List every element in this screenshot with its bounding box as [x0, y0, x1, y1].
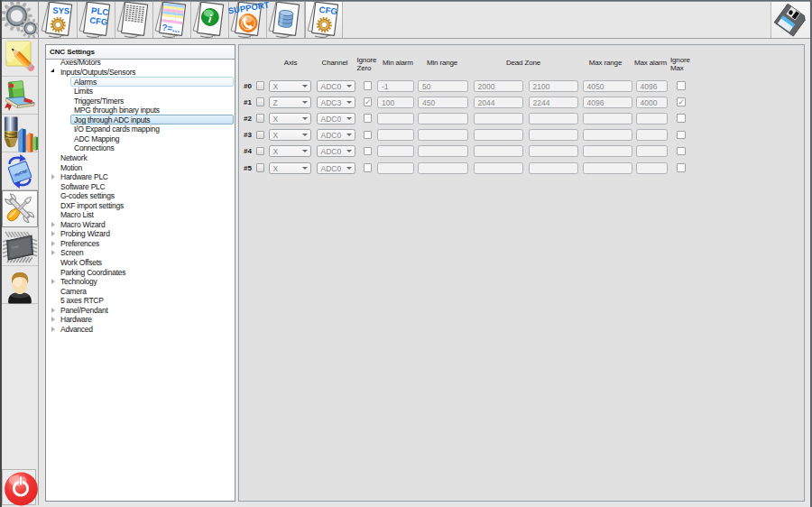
svg-text:SYS: SYS	[52, 5, 69, 16]
